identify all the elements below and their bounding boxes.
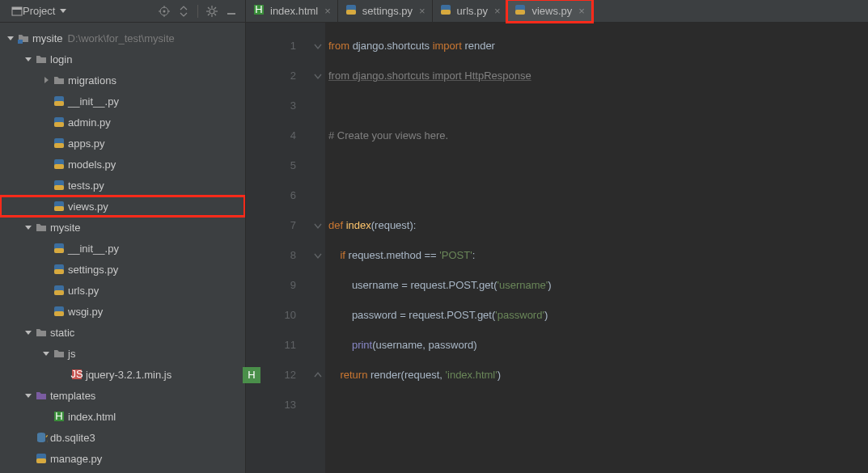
fold-marker[interactable]: [311, 61, 325, 91]
tree-arrow-icon[interactable]: [23, 391, 34, 399]
tree-node-mysite[interactable]: mysiteD:\work\for_test\mysite: [0, 27, 245, 49]
tree-node-migrations[interactable]: migrations: [0, 70, 245, 91]
tab-views-py[interactable]: views.py×: [507, 0, 591, 22]
tree-node-label: templates: [50, 390, 95, 402]
file-icon: [34, 326, 49, 339]
fold-marker: [311, 390, 325, 420]
tree-node-models-py[interactable]: models.py: [0, 154, 245, 175]
close-icon[interactable]: ×: [324, 5, 331, 17]
tree-node-label: jquery-3.2.1.min.js: [86, 369, 171, 381]
tree-node-label: tests.py: [68, 179, 104, 192]
tab-settings-py[interactable]: settings.py×: [338, 0, 433, 22]
code-line[interactable]: [328, 150, 868, 180]
file-icon: [52, 158, 66, 171]
code-line[interactable]: [328, 180, 868, 210]
code-line[interactable]: if request.method == 'POST':: [328, 240, 868, 270]
line-number: 9: [246, 270, 296, 300]
tab-index-html[interactable]: Hindex.html×: [246, 0, 338, 22]
tree-arrow-icon[interactable]: [40, 349, 52, 357]
code-line[interactable]: def index(request):: [328, 210, 868, 240]
svg-text:JS: JS: [70, 368, 83, 380]
code-line[interactable]: [328, 91, 868, 120]
tree-node-apps-py[interactable]: apps.py: [0, 133, 245, 154]
tree-node-index-html[interactable]: Hindex.html: [0, 406, 245, 427]
tree-node-__init__-py[interactable]: __init__.py: [0, 238, 245, 259]
tab-label: urls.py: [457, 5, 488, 17]
file-icon: [52, 116, 66, 129]
tab-label: index.html: [270, 5, 318, 17]
tree-node-__init__-py[interactable]: __init__.py: [0, 91, 245, 112]
project-view-button[interactable]: Project: [0, 0, 73, 23]
code-editor[interactable]: 1234567891011H1213 from django.shortcuts…: [246, 23, 868, 473]
code-line[interactable]: [328, 390, 868, 420]
tree-node-admin-py[interactable]: admin.py: [0, 112, 245, 133]
gear-icon[interactable]: [203, 0, 221, 23]
fold-marker[interactable]: [311, 360, 325, 390]
close-icon[interactable]: ×: [419, 5, 426, 17]
line-number: 8: [246, 240, 296, 270]
tree-node-views-py[interactable]: views.py: [0, 196, 245, 217]
svg-rect-38: [54, 206, 64, 211]
code-area[interactable]: from django.shortcuts import renderfrom …: [325, 23, 868, 473]
line-number: 7: [246, 210, 296, 240]
svg-rect-34: [54, 164, 64, 169]
code-line[interactable]: # Create your views here.: [328, 120, 868, 150]
svg-rect-32: [54, 143, 64, 148]
tab-label: views.py: [531, 5, 572, 17]
close-icon[interactable]: ×: [494, 5, 501, 17]
fold-marker[interactable]: [311, 31, 325, 61]
tree-arrow-icon[interactable]: [40, 76, 52, 84]
fold-marker: [311, 300, 325, 330]
project-tree[interactable]: mysiteD:\work\for_test\mysiteloginmigrat…: [0, 23, 246, 473]
tree-arrow-icon[interactable]: [5, 34, 16, 42]
fold-marker: [311, 120, 325, 150]
tree-node-label: manage.py: [50, 453, 102, 465]
code-line[interactable]: print(username, password): [328, 330, 868, 360]
tab-urls-py[interactable]: urls.py×: [433, 0, 508, 22]
locate-icon[interactable]: [155, 0, 173, 23]
close-icon[interactable]: ×: [578, 5, 585, 17]
file-icon: [34, 53, 49, 65]
tree-node-login[interactable]: login: [0, 49, 245, 70]
collapse-icon[interactable]: [175, 0, 193, 23]
tree-arrow-icon[interactable]: [23, 328, 34, 336]
tree-node-tests-py[interactable]: tests.py: [0, 175, 245, 196]
svg-rect-42: [54, 269, 64, 274]
code-line[interactable]: password = request.POST.get('password'): [328, 300, 868, 330]
code-line[interactable]: from django.shortcuts import render: [328, 31, 868, 61]
svg-text:?: ?: [45, 433, 48, 444]
editor-tabs: Hindex.html×settings.py×urls.py×views.py…: [246, 0, 868, 22]
tree-arrow-icon[interactable]: [23, 55, 34, 63]
tree-node-urls-py[interactable]: urls.py: [0, 280, 245, 301]
tree-node-static[interactable]: static: [0, 322, 245, 343]
file-icon: [52, 74, 66, 87]
tree-node-label: login: [50, 53, 72, 65]
tree-node-label: apps.py: [68, 137, 105, 150]
tree-node-label: js: [68, 348, 75, 360]
code-line[interactable]: username = request.POST.get('username'): [328, 270, 868, 300]
tree-node-js[interactable]: js: [0, 343, 245, 364]
file-icon: [52, 263, 66, 276]
fold-marker: [311, 150, 325, 180]
tree-node-mysite[interactable]: mysite: [0, 217, 245, 238]
code-line[interactable]: from django.shortcuts import HttpRespons…: [328, 61, 868, 91]
fold-marker[interactable]: [311, 210, 325, 240]
tree-node-db-sqlite3[interactable]: ?db.sqlite3: [0, 427, 245, 448]
svg-text:H: H: [248, 369, 255, 381]
hide-icon[interactable]: [222, 0, 240, 23]
tab-label: settings.py: [362, 5, 413, 17]
file-icon: JS: [70, 368, 84, 381]
tree-node-wsgi-py[interactable]: wsgi.py: [0, 301, 245, 322]
tree-node-settings-py[interactable]: settings.py: [0, 259, 245, 280]
fold-marker[interactable]: [311, 240, 325, 270]
file-icon: [34, 452, 49, 465]
tree-node-templates[interactable]: templates: [0, 385, 245, 406]
code-line[interactable]: return render(request, 'index.html'): [328, 360, 868, 390]
line-number: 1: [246, 31, 296, 61]
tree-node-jquery-3-2-1-min-js[interactable]: JSjquery-3.2.1.min.js: [0, 364, 245, 385]
file-icon: [52, 95, 66, 108]
tree-node-manage-py[interactable]: manage.py: [0, 448, 245, 469]
tree-arrow-icon[interactable]: [23, 223, 34, 231]
file-icon: [52, 137, 66, 150]
file-icon: [345, 3, 358, 19]
